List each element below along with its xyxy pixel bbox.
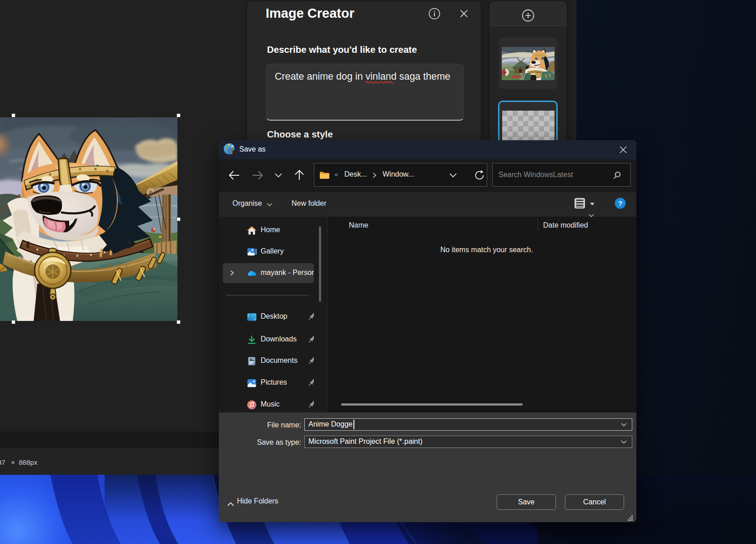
svg-text:?: ? — [618, 199, 622, 207]
